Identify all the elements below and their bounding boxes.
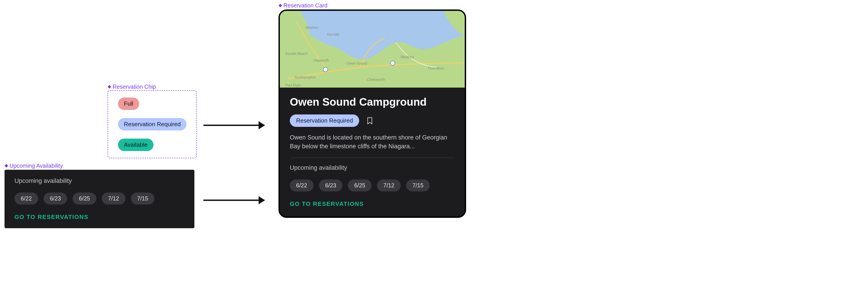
card-availability-dates: 6/22 6/23 6/25 7/12 7/15: [290, 179, 455, 191]
go-to-reservations-link[interactable]: GO TO RESERVATIONS: [14, 214, 184, 221]
chip-available[interactable]: Available: [118, 139, 153, 151]
map-place-label: Owen Sound: [346, 62, 367, 65]
date-chip[interactable]: 7/12: [377, 179, 401, 191]
availability-dates-row: 6/22 6/23 6/25 7/12 7/15: [14, 192, 184, 205]
card-body: Owen Sound Campground Reservation Requir…: [280, 87, 465, 200]
diamond-icon: [4, 164, 8, 168]
map-place-label: Sauble Beach: [285, 52, 308, 56]
date-chip[interactable]: 6/23: [319, 179, 343, 191]
status-row: Reservation Required: [290, 114, 455, 127]
chip-full[interactable]: Full: [118, 98, 139, 110]
diamond-icon: [107, 85, 111, 89]
card-footer: GO TO RESERVATIONS: [280, 200, 465, 217]
date-chip[interactable]: 6/25: [348, 179, 372, 191]
reservation-card: Wiarton Kemble Sauble Beach Hepworth Owe…: [278, 9, 466, 218]
date-chip[interactable]: 6/25: [72, 192, 96, 205]
bookmark-icon[interactable]: [366, 117, 374, 124]
map-place-label: Kemble: [327, 33, 339, 36]
arrow-icon: [204, 199, 265, 201]
map-place-label: Chatsworth: [367, 78, 385, 81]
reservation-chip-panel: Full Reservation Required Available: [107, 90, 197, 158]
map-preview[interactable]: Wiarton Kemble Sauble Beach Hepworth Owe…: [280, 11, 465, 87]
map-place-label: Wiarton: [306, 26, 318, 30]
divider: [290, 157, 455, 158]
component-label-reservation-chip: Reservation Chip: [107, 83, 156, 90]
go-to-reservations-link[interactable]: GO TO RESERVATIONS: [290, 200, 455, 208]
component-label-text: Reservation Card: [283, 2, 328, 9]
map-place-label: Southampton: [294, 75, 316, 79]
date-chip[interactable]: 6/23: [43, 192, 67, 205]
card-availability-title: Upcoming availability: [290, 164, 455, 171]
map-svg: Wiarton Kemble Sauble Beach Hepworth Owe…: [280, 11, 465, 87]
card-description: Owen Sound is located on the southern sh…: [290, 133, 455, 151]
component-label-upcoming-availability: Upcoming Availability: [4, 162, 63, 169]
date-chip[interactable]: 6/22: [290, 179, 313, 191]
date-chip[interactable]: 7/12: [102, 192, 125, 205]
component-label-text: Upcoming Availability: [9, 162, 63, 169]
arrow-icon: [204, 124, 265, 126]
component-label-reservation-card: Reservation Card: [278, 2, 328, 9]
svg-point-2: [391, 61, 395, 66]
date-chip[interactable]: 7/15: [131, 192, 155, 205]
svg-point-1: [323, 67, 328, 72]
date-chip[interactable]: 6/22: [14, 192, 38, 205]
card-title: Owen Sound Campground: [290, 96, 455, 108]
chip-reservation-required[interactable]: Reservation Required: [118, 118, 186, 131]
diamond-icon: [278, 4, 282, 7]
diagram-canvas: Reservation Chip Full Reservation Requir…: [0, 0, 868, 293]
map-place-label: Thornbury: [428, 66, 444, 70]
upcoming-availability-panel: Upcoming availability 6/22 6/23 6/25 7/1…: [4, 170, 194, 228]
availability-title: Upcoming availability: [14, 177, 184, 184]
status-chip-reservation-required[interactable]: Reservation Required: [290, 114, 359, 127]
component-label-text: Reservation Chip: [113, 83, 156, 90]
date-chip[interactable]: 7/15: [406, 179, 430, 191]
map-place-label: Hepworth: [313, 59, 329, 62]
map-place-label: Port Elgin: [285, 83, 301, 87]
map-place-label: Meaford: [401, 55, 414, 59]
